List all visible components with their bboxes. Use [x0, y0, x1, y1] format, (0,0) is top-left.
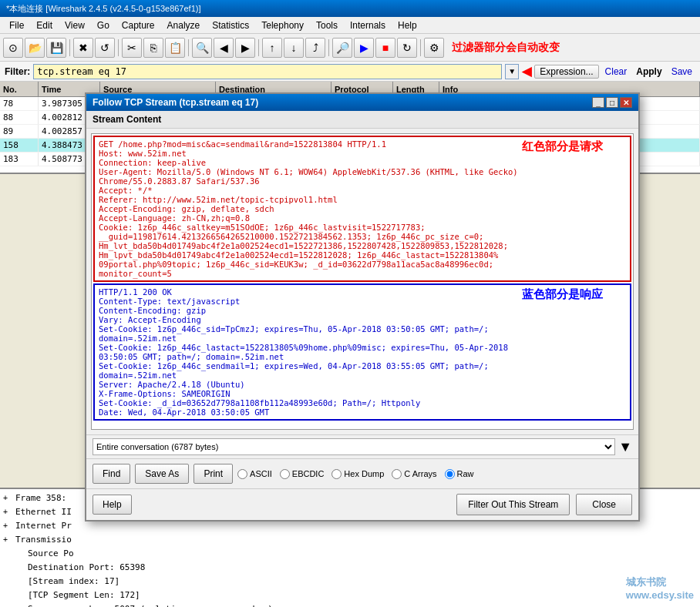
dialog-btn-row2: Help Filter Out This Stream Close — [86, 488, 638, 520]
toolbar-filter-btn[interactable]: ⚙ — [424, 38, 444, 58]
col-no: No. — [0, 82, 39, 96]
radio-raw-input[interactable] — [445, 469, 455, 479]
toolbar-up-btn[interactable]: ↑ — [262, 38, 282, 58]
radio-carrays-label: C Arrays — [404, 469, 436, 478]
conversation-bar: Entire conversation (6787 bytes) ▼ — [86, 434, 638, 458]
toolbar-down-btn[interactable]: ↓ — [284, 38, 304, 58]
follow-tcp-dialog: Follow TCP Stream (tcp.stream eq 17) _ □… — [85, 92, 640, 521]
request-text: GET /home.php?mod=misc&ac=sendmail&rand=… — [99, 139, 518, 278]
ethernet-expand-icon[interactable]: + — [3, 508, 12, 516]
filter-label: Filter: — [5, 66, 30, 77]
toolbar-jump-btn[interactable]: ⤴ — [305, 38, 325, 58]
stream-content-label: Stream Content — [86, 111, 638, 129]
toolbar-sep3 — [188, 39, 189, 56]
toolbar-sep4 — [258, 39, 259, 56]
radio-ebcdic[interactable]: EBCDIC — [280, 469, 325, 479]
radio-hexdump[interactable]: Hex Dump — [331, 469, 384, 479]
help-button[interactable]: Help — [93, 495, 132, 515]
apply-button[interactable]: Apply — [633, 66, 665, 77]
transmission-row[interactable]: + Transmissio — [0, 532, 700, 546]
filter-dropdown-btn[interactable]: ▼ — [505, 64, 519, 79]
annotation-blue: 蓝色部分是响应 — [522, 287, 603, 302]
stream-scroll-area[interactable]: 红色部分是请求 GET /home.php?mod=misc&ac=sendma… — [92, 134, 633, 429]
close-dialog-button[interactable]: Close — [576, 494, 632, 515]
filter-input[interactable] — [33, 64, 502, 79]
menu-bar: File Edit View Go Capture Analyze Statis… — [0, 17, 700, 34]
expression-button[interactable]: Expression... — [534, 65, 598, 79]
maximize-button[interactable]: □ — [606, 97, 618, 108]
conversation-select[interactable]: Entire conversation (6787 bytes) — [93, 438, 615, 455]
menu-edit[interactable]: Edit — [30, 18, 59, 32]
toolbar-stop-btn[interactable]: ■ — [375, 38, 395, 58]
toolbar-sep6 — [420, 39, 421, 56]
menu-telephony[interactable]: Telephony — [255, 18, 310, 32]
print-button[interactable]: Print — [194, 464, 233, 484]
find-button[interactable]: Find — [93, 464, 130, 484]
conv-dropdown-arrow[interactable]: ▼ — [618, 439, 632, 455]
radio-hexdump-label: Hex Dump — [344, 469, 384, 478]
response-block: 蓝色部分是响应 HTTP/1.1 200 OK Content-Type: te… — [93, 283, 631, 421]
radio-hexdump-input[interactable] — [331, 469, 342, 479]
menu-tools[interactable]: Tools — [310, 18, 344, 32]
seg-len-field: [TCP Segment Len: 172] — [28, 590, 140, 600]
radio-ascii[interactable]: ASCII — [237, 469, 272, 479]
toolbar-fwd-btn[interactable]: ▶ — [235, 38, 255, 58]
dialog-titlebar: Follow TCP Stream (tcp.stream eq 17) _ □… — [86, 94, 638, 111]
toolbar: ⊙ 📂 💾 ✖ ↺ ✂ ⎘ 📋 🔍 ◀ ▶ ↑ ↓ ⤴ 🔎 ▶ ■ ↻ ⚙ 过滤… — [0, 34, 700, 62]
internet-expand-icon[interactable]: + — [3, 521, 12, 530]
frame-expand-icon[interactable]: + — [3, 494, 12, 502]
toolbar-close-btn[interactable]: ✖ — [73, 38, 93, 58]
toolbar-start-btn[interactable]: ▶ — [354, 38, 374, 58]
dialog-title: Follow TCP Stream (tcp.stream eq 17) — [93, 97, 258, 108]
title-text: *本地连接 [Wireshark 2.4.5 (v2.4.5-0-g153e86… — [6, 3, 201, 15]
toolbar-cut-btn[interactable]: ✂ — [122, 38, 142, 58]
menu-analyze[interactable]: Analyze — [161, 18, 207, 32]
dialog-close-x-button[interactable]: ✕ — [620, 97, 632, 108]
toolbar-new-btn[interactable]: ⊙ — [3, 38, 23, 58]
radio-raw[interactable]: Raw — [445, 469, 474, 479]
encoding-radio-group: ASCII EBCDIC Hex Dump C Arrays Raw — [237, 469, 632, 479]
toolbar-save-btn[interactable]: 💾 — [46, 38, 66, 58]
stream-index-field: [Stream index: 17] — [28, 576, 119, 586]
radio-carrays-input[interactable] — [392, 469, 402, 479]
filter-arrow: ◀ — [522, 64, 531, 79]
radio-ascii-input[interactable] — [237, 469, 247, 479]
ethernet-item: Ethernet II — [15, 507, 72, 517]
menu-file[interactable]: File — [3, 18, 30, 32]
save-as-button[interactable]: Save As — [135, 464, 189, 484]
minimize-button[interactable]: _ — [592, 97, 604, 108]
seq-num-field: Sequence number: 5007 (relative sequence… — [28, 604, 273, 608]
dialog-title-buttons: _ □ ✕ — [592, 97, 632, 108]
radio-ebcdic-input[interactable] — [280, 469, 290, 479]
radio-raw-label: Raw — [457, 469, 474, 478]
transmission-item: Transmissio — [15, 535, 72, 545]
dst-port-row: Destination Port: 65398 — [0, 560, 700, 574]
toolbar-zoom-in-btn[interactable]: 🔎 — [332, 38, 352, 58]
menu-go[interactable]: Go — [91, 18, 116, 32]
toolbar-restart-btn[interactable]: ↻ — [397, 38, 417, 58]
menu-internals[interactable]: Internals — [344, 18, 392, 32]
menu-statistics[interactable]: Statistics — [206, 18, 255, 32]
menu-help[interactable]: Help — [392, 18, 423, 32]
transmission-expand-icon[interactable]: + — [3, 535, 12, 544]
src-port-field: Source Po — [28, 548, 74, 558]
toolbar-back-btn[interactable]: ◀ — [214, 38, 234, 58]
internet-item: Internet Pr — [15, 521, 72, 531]
menu-view[interactable]: View — [59, 18, 91, 32]
save-button[interactable]: Save — [668, 66, 695, 77]
toolbar-open-btn[interactable]: 📂 — [25, 38, 45, 58]
radio-ebcdic-label: EBCDIC — [292, 469, 325, 478]
radio-carrays[interactable]: C Arrays — [392, 469, 436, 479]
menu-capture[interactable]: Capture — [116, 18, 161, 32]
toolbar-reload-btn[interactable]: ↺ — [95, 38, 115, 58]
toolbar-annotation: 过滤器部分会自动改变 — [452, 41, 560, 55]
clear-button[interactable]: Clear — [602, 66, 631, 77]
stream-index-row: [Stream index: 17] — [0, 574, 700, 588]
filter-out-button[interactable]: Filter Out This Stream — [456, 494, 570, 515]
toolbar-copy-btn[interactable]: ⎘ — [143, 38, 163, 58]
radio-ascii-label: ASCII — [250, 469, 272, 478]
toolbar-paste-btn[interactable]: 📋 — [165, 38, 185, 58]
toolbar-find-btn[interactable]: 🔍 — [192, 38, 212, 58]
seg-len-row: [TCP Segment Len: 172] — [0, 588, 700, 602]
dialog-btn-row: Find Save As Print ASCII EBCDIC Hex Dump… — [86, 458, 638, 488]
